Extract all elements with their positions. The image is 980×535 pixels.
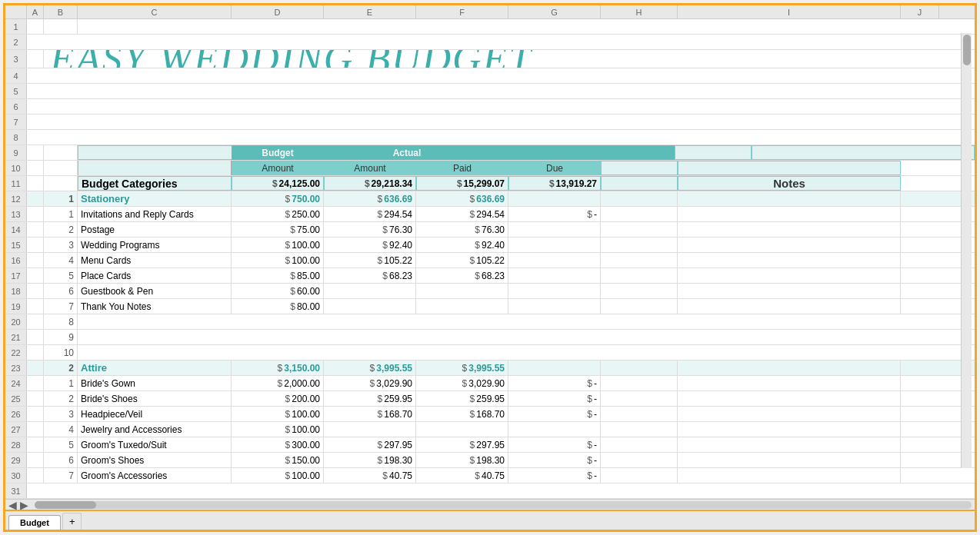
r26-e: $ 168.70 [324,407,416,421]
r9-c [78,145,232,160]
r30-d: $ 100.00 [232,468,324,483]
s2-item3-actual: 168.70 [384,409,412,420]
r15-d: $ 100.00 [232,238,324,252]
budget-amount-header: Amount [232,161,324,175]
r14-b: 2 [44,222,78,237]
r5-rest [27,84,975,98]
row-1-num: 1 [5,19,27,34]
row-22-num: 22 [5,345,27,360]
row-12-num: 12 [5,191,27,206]
r23-g [508,361,601,375]
r24-e: $ 3,029.90 [324,376,416,390]
r4-rest [27,68,975,83]
r22-rest [78,345,975,360]
r28-g: $ - [508,437,601,452]
s1-item3-name: Wedding Programs [81,240,160,251]
r19-h [601,299,678,314]
r16-i [678,253,901,268]
r24-i [678,376,901,390]
actual-header-label: Actual [393,148,422,158]
s2-item5-paid: 297.95 [476,440,505,450]
r24-a [27,376,44,390]
s1-item5-paid: 68.23 [482,271,505,281]
vertical-scrollbar[interactable] [961,33,972,468]
v-scroll-thumb[interactable] [963,35,971,65]
r14-i [678,222,901,237]
add-sheet-button[interactable]: + [62,513,82,530]
r24-c: Bride's Gown [78,376,232,390]
s2-item5-due: - [594,440,597,450]
r14-e: $ 76.30 [324,222,416,237]
tab-bar: Budget + [5,510,975,530]
r26-a [27,407,44,421]
r25-d: $ 200.00 [232,391,324,406]
s2-item4-name: Jewelry and Accessories [81,424,182,435]
r13-c: Invitations and Reply Cards [78,207,232,221]
r1-b [44,19,78,34]
r11-d: $ 24,125.00 [232,176,324,191]
r22-a [27,345,44,360]
s1-item7-budget: 80.00 [297,301,320,312]
r14-c: Postage [78,222,232,237]
r3-a [27,50,44,68]
r27-c: Jewelry and Accessories [78,422,232,437]
spreadsheet-title: EASY WEDDING BUDGET [44,50,538,68]
r26-c: Headpiece/Veil [78,407,232,421]
r16-d: $ 100.00 [232,253,324,268]
r11-g: $ 13,919.27 [508,176,601,191]
r29-i [678,453,901,467]
budget-tab[interactable]: Budget [8,515,61,530]
col-b-header: B [44,5,78,18]
r12-h [601,191,678,206]
r25-e: $ 259.95 [324,391,416,406]
row-7-num: 7 [5,115,27,129]
paid-header: Paid [416,161,508,175]
r17-e: $ 68.23 [324,268,416,283]
r9-i [752,145,975,160]
r13-a [27,207,44,221]
horizontal-scrollbar-area: ◀ ▶ [5,499,975,510]
row-17-num: 17 [5,268,27,283]
r12-f: $ 636.69 [416,191,508,206]
r15-b: 3 [44,238,78,252]
r10-h [601,161,678,175]
s1-budget: 750.00 [292,194,320,204]
r12-b: 1 [44,191,78,206]
row-4-num: 4 [5,68,27,83]
r11-b [44,176,78,191]
r27-g [508,422,601,437]
r24-f: $ 3,029.90 [416,376,508,390]
r14-f: $ 76.30 [416,222,508,237]
r18-g [508,284,601,298]
r15-f: $ 92.40 [416,238,508,252]
s1-item1-actual: 294.54 [384,209,412,220]
s2-actual: 3,995.55 [376,363,412,374]
total-paid: 15,299.07 [464,178,505,189]
r15-c: Wedding Programs [78,238,232,252]
r25-a [27,391,44,406]
horizontal-scrollbar[interactable] [35,501,972,509]
r24-d: $ 2,000.00 [232,376,324,390]
s1-item2-paid: 76.30 [482,224,505,235]
row-27-num: 27 [5,422,27,437]
r10-a [27,161,44,175]
r16-f: $ 105.22 [416,253,508,268]
s2-item6-paid: 198.30 [476,455,505,466]
s2-item3-due: - [594,409,597,420]
r18-h [601,284,678,298]
r29-g: $ - [508,453,601,467]
s2-item5-actual: 297.95 [384,440,412,450]
r28-i [678,437,901,452]
r19-c: Thank You Notes [78,299,232,314]
s2-item2-due: - [594,394,597,404]
r17-f: $ 68.23 [416,268,508,283]
s1-item6-name: Guestbook & Pen [81,286,153,297]
s2-item1-budget: 2,000.00 [284,378,320,389]
r19-b: 7 [44,299,78,314]
s2-item5-budget: 300.00 [292,440,320,450]
r13-h [601,207,678,221]
r28-e: $ 297.95 [324,437,416,452]
r28-c: Groom's Tuxedo/Suit [78,437,232,452]
r15-h [601,238,678,252]
s1-item2-budget: 75.00 [297,224,320,235]
